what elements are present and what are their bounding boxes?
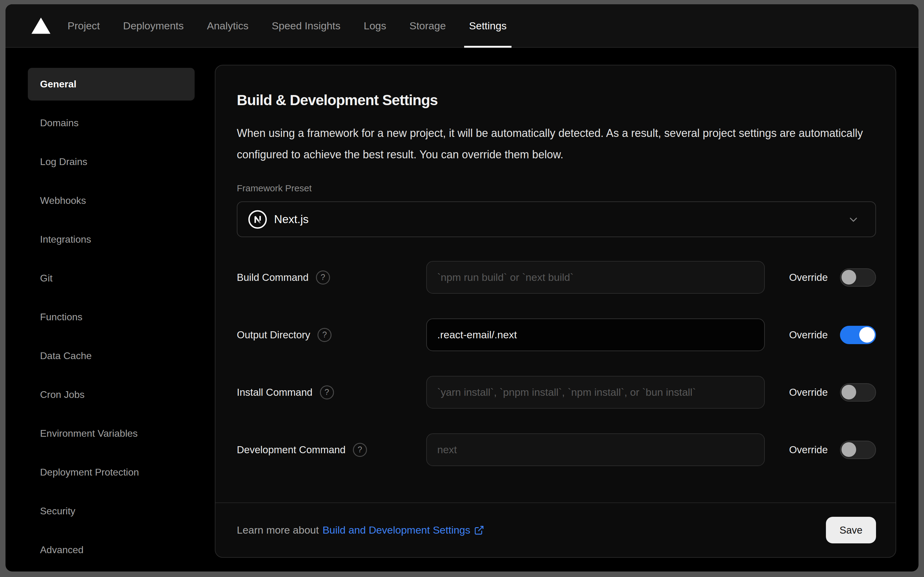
sidebar-item-label: Integrations bbox=[40, 234, 91, 245]
nav-tab-label: Analytics bbox=[207, 20, 248, 32]
help-icon[interactable]: ? bbox=[320, 385, 334, 400]
main-area: Build & Development Settings When using … bbox=[215, 48, 919, 572]
override-label: Override bbox=[789, 272, 828, 283]
sidebar-item-data-cache[interactable]: Data Cache bbox=[28, 340, 195, 372]
setting-label: Build Command bbox=[237, 272, 309, 283]
sidebar-item-security[interactable]: Security bbox=[28, 495, 195, 527]
override-label: Override bbox=[789, 387, 828, 398]
setting-label: Output Directory bbox=[237, 329, 310, 341]
sidebar-item-label: Log Drains bbox=[40, 156, 87, 168]
sidebar-item-label: Webhooks bbox=[40, 195, 86, 206]
framework-preset-value: Next.js bbox=[274, 213, 309, 226]
sidebar-item-label: Git bbox=[40, 272, 53, 284]
build-settings-card: Build & Development Settings When using … bbox=[215, 65, 896, 558]
toggle-knob bbox=[842, 385, 856, 400]
nav-tab-label: Speed Insights bbox=[272, 20, 340, 32]
override-label: Override bbox=[789, 329, 828, 341]
override-group: Override bbox=[789, 383, 876, 401]
sidebar-item-deployment-protection[interactable]: Deployment Protection bbox=[28, 456, 195, 489]
nav-tab-label: Deployments bbox=[123, 20, 184, 32]
panel-description: When using a framework for a new project… bbox=[237, 122, 872, 165]
save-button[interactable]: Save bbox=[826, 517, 876, 543]
sidebar-item-label: Security bbox=[40, 506, 76, 517]
framework-preset-label: Framework Preset bbox=[237, 183, 876, 193]
setting-row-build-command: Build Command ? Override bbox=[237, 261, 876, 294]
nav-tabs: Project Deployments Analytics Speed Insi… bbox=[68, 4, 507, 47]
sidebar-item-label: Cron Jobs bbox=[40, 389, 85, 400]
learn-more-prefix: Learn more about bbox=[237, 524, 319, 536]
development-command-override-toggle[interactable] bbox=[840, 441, 876, 459]
sidebar-item-label: Data Cache bbox=[40, 350, 92, 361]
override-group: Override bbox=[789, 268, 876, 287]
docs-link-label: Build and Development Settings bbox=[322, 524, 470, 536]
framework-preset-select[interactable]: Next.js bbox=[237, 201, 876, 237]
settings-rows: Build Command ? Override Output Director… bbox=[237, 261, 876, 466]
external-link-icon bbox=[474, 525, 484, 535]
build-settings-docs-link[interactable]: Build and Development Settings bbox=[322, 524, 484, 536]
sidebar-item-label: Functions bbox=[40, 311, 82, 323]
override-label: Override bbox=[789, 444, 828, 456]
page-title: Build & Development Settings bbox=[237, 92, 876, 108]
sidebar-item-general[interactable]: General bbox=[28, 68, 195, 100]
nav-tab-speed-insights[interactable]: Speed Insights bbox=[272, 4, 340, 47]
card-body: Build & Development Settings When using … bbox=[216, 65, 896, 503]
help-icon[interactable]: ? bbox=[353, 443, 367, 457]
development-command-input[interactable] bbox=[426, 434, 765, 466]
setting-row-install-command: Install Command ? Override bbox=[237, 376, 876, 409]
build-command-input[interactable] bbox=[426, 261, 765, 294]
sidebar-item-cron-jobs[interactable]: Cron Jobs bbox=[28, 378, 195, 411]
toggle-knob bbox=[859, 327, 875, 343]
help-icon[interactable]: ? bbox=[316, 271, 330, 285]
setting-row-output-directory: Output Directory ? Override bbox=[237, 318, 876, 351]
sidebar-item-advanced[interactable]: Advanced bbox=[28, 533, 195, 566]
setting-label: Install Command bbox=[237, 387, 312, 398]
learn-more-text: Learn more about Build and Development S… bbox=[237, 524, 484, 536]
nav-tab-storage[interactable]: Storage bbox=[409, 4, 446, 47]
sidebar-item-label: Domains bbox=[40, 118, 79, 129]
top-nav: Project Deployments Analytics Speed Insi… bbox=[5, 4, 919, 48]
sidebar-item-integrations[interactable]: Integrations bbox=[28, 223, 195, 256]
sidebar-item-environment-variables[interactable]: Environment Variables bbox=[28, 417, 195, 450]
nav-tab-label: Settings bbox=[469, 20, 507, 32]
output-directory-override-toggle[interactable] bbox=[840, 326, 876, 344]
override-group: Override bbox=[789, 326, 876, 344]
card-footer: Learn more about Build and Development S… bbox=[216, 503, 896, 557]
sidebar-item-log-drains[interactable]: Log Drains bbox=[28, 145, 195, 178]
nav-tab-project[interactable]: Project bbox=[68, 4, 100, 47]
install-command-input[interactable] bbox=[426, 376, 765, 409]
content-area: General Domains Log Drains Webhooks Inte… bbox=[5, 48, 919, 572]
setting-label-group: Install Command ? bbox=[237, 385, 426, 400]
install-command-override-toggle[interactable] bbox=[840, 383, 876, 401]
build-command-override-toggle[interactable] bbox=[840, 268, 876, 287]
setting-label-group: Build Command ? bbox=[237, 271, 426, 285]
app-window: Project Deployments Analytics Speed Insi… bbox=[5, 4, 919, 572]
setting-row-development-command: Development Command ? Override bbox=[237, 434, 876, 466]
toggle-knob bbox=[842, 442, 856, 457]
sidebar-item-label: General bbox=[40, 79, 76, 90]
setting-label-group: Output Directory ? bbox=[237, 328, 426, 342]
nextjs-logo-icon bbox=[248, 210, 267, 229]
sidebar-item-label: Advanced bbox=[40, 544, 84, 556]
help-icon[interactable]: ? bbox=[317, 328, 332, 342]
nav-tab-label: Logs bbox=[364, 20, 386, 32]
settings-sidebar: General Domains Log Drains Webhooks Inte… bbox=[5, 48, 215, 572]
output-directory-input[interactable] bbox=[426, 318, 765, 351]
sidebar-item-label: Deployment Protection bbox=[40, 467, 139, 478]
nav-tab-label: Storage bbox=[409, 20, 446, 32]
override-group: Override bbox=[789, 441, 876, 459]
nav-tab-analytics[interactable]: Analytics bbox=[207, 4, 248, 47]
sidebar-item-domains[interactable]: Domains bbox=[28, 106, 195, 139]
setting-label-group: Development Command ? bbox=[237, 443, 426, 457]
toggle-knob bbox=[842, 270, 856, 285]
sidebar-item-functions[interactable]: Functions bbox=[28, 301, 195, 334]
nav-tab-deployments[interactable]: Deployments bbox=[123, 4, 184, 47]
setting-label: Development Command bbox=[237, 444, 346, 456]
sidebar-item-git[interactable]: Git bbox=[28, 262, 195, 295]
nav-tab-settings[interactable]: Settings bbox=[469, 4, 507, 47]
nav-tab-label: Project bbox=[68, 20, 100, 32]
chevron-down-icon bbox=[847, 213, 860, 226]
vercel-logo-icon[interactable] bbox=[31, 18, 50, 34]
sidebar-item-label: Environment Variables bbox=[40, 428, 138, 439]
sidebar-item-webhooks[interactable]: Webhooks bbox=[28, 184, 195, 217]
nav-tab-logs[interactable]: Logs bbox=[364, 4, 386, 47]
